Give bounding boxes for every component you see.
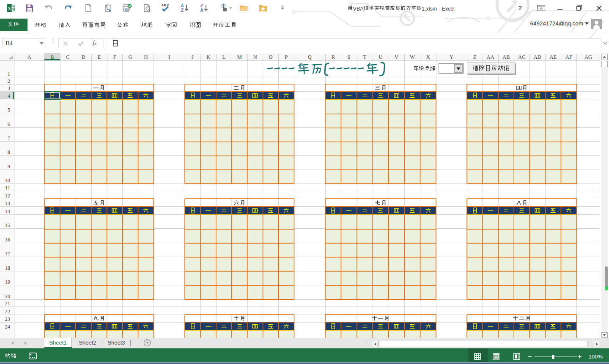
svg-text:A: A bbox=[200, 8, 203, 13]
svg-text:Z: Z bbox=[181, 8, 184, 13]
svg-text:Z: Z bbox=[200, 3, 203, 8]
svg-text:X: X bbox=[8, 5, 11, 11]
svg-text:A: A bbox=[181, 3, 184, 8]
